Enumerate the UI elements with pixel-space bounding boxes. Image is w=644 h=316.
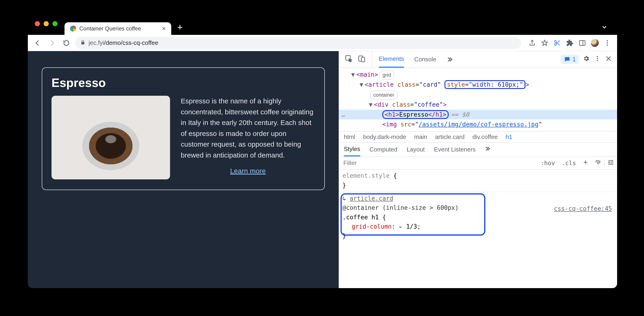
menu-icon[interactable] (602, 37, 613, 49)
close-devtools-icon[interactable] (605, 55, 612, 64)
window-controls (28, 21, 64, 31)
reload-button[interactable] (61, 37, 72, 49)
address-bar[interactable]: jec.fyi/demo/css-cq-coffee (75, 37, 521, 49)
crumb-article[interactable]: article.card (435, 133, 464, 140)
container-query: @container (inline-size > 600px) (342, 204, 459, 211)
devtools-panel: Elements Console 1 (339, 51, 617, 288)
coffee-image (52, 96, 170, 179)
scissors-icon[interactable] (552, 37, 563, 49)
container-link[interactable]: article.card (350, 195, 393, 202)
kebab-icon[interactable] (594, 55, 601, 64)
inspect-icon[interactable] (345, 55, 352, 64)
svg-rect-8 (362, 57, 365, 62)
sidepanel-icon[interactable] (577, 37, 588, 49)
tab-styles[interactable]: Styles (344, 143, 360, 156)
browser-window: Container Queries coffee × + jec.fyi/dem… (28, 18, 617, 288)
tab-overflow-button[interactable] (592, 24, 617, 35)
styles-tabs: Styles Computed Layout Event Listeners (339, 143, 617, 156)
crumb-h1[interactable]: h1 (506, 133, 512, 140)
issues-count: 1 (572, 56, 576, 63)
crumb-html[interactable]: html (344, 133, 355, 140)
tab-title: Container Queries coffee (79, 25, 141, 32)
new-rule-icon[interactable] (579, 160, 592, 167)
toolbar: jec.fyi/demo/css-cq-coffee (28, 35, 617, 51)
close-window-icon[interactable] (35, 21, 40, 26)
tab-strip: Container Queries coffee × + (28, 18, 617, 35)
new-tab-button[interactable]: + (171, 22, 188, 35)
page-viewport: Espresso Espresso is the name of a highl… (28, 51, 339, 288)
browser-tab[interactable]: Container Queries coffee × (64, 22, 171, 35)
bookmark-icon[interactable] (539, 37, 550, 49)
tab-more-styles-icon[interactable] (485, 146, 491, 153)
forward-button[interactable] (46, 37, 58, 49)
tab-computed[interactable]: Computed (370, 146, 398, 153)
tab-more-icon[interactable] (446, 51, 453, 68)
devtools-top-bar: Elements Console 1 (339, 51, 617, 68)
hov-button[interactable]: :hov (537, 160, 558, 167)
computed-toggle-icon[interactable] (604, 160, 617, 167)
styles-filter-input[interactable] (339, 160, 537, 167)
crumb-main[interactable]: main (414, 133, 427, 140)
svg-rect-2 (580, 40, 585, 45)
crumb-div[interactable]: div.coffee (472, 133, 498, 140)
minimize-window-icon[interactable] (44, 21, 49, 26)
coffee-card: Espresso Espresso is the name of a highl… (42, 67, 325, 190)
grid-badge[interactable]: grid (380, 71, 394, 79)
extensions-icon[interactable] (564, 37, 575, 49)
device-icon[interactable] (358, 55, 366, 64)
favicon-icon (70, 26, 76, 32)
svg-point-3 (607, 40, 608, 41)
profile-avatar[interactable] (589, 37, 600, 49)
maximize-window-icon[interactable] (52, 21, 58, 26)
url-text: jec.fyi/demo/css-cq-coffee (88, 39, 158, 47)
svg-point-11 (597, 60, 598, 61)
lock-icon (80, 39, 85, 47)
svg-point-1 (554, 44, 556, 45)
crumb-body[interactable]: body.dark-mode (363, 133, 406, 140)
tab-elements[interactable]: Elements (379, 51, 404, 68)
card-title: Espresso (52, 76, 315, 90)
styles-rules[interactable]: element.style { } ↳ article.card @contai… (339, 170, 617, 242)
selected-node[interactable]: …<h1>Espresso</h1>== $0 (339, 110, 617, 120)
container-badge[interactable]: container (370, 91, 398, 99)
paint-icon[interactable] (592, 160, 604, 167)
svg-point-9 (597, 56, 598, 57)
tab-console[interactable]: Console (414, 51, 436, 68)
back-button[interactable] (32, 37, 43, 49)
source-link[interactable]: css-cq-coffee:45 (554, 204, 612, 213)
issues-badge[interactable]: 1 (561, 55, 578, 64)
svg-point-10 (597, 58, 598, 59)
card-description: Espresso is the name of a highly concent… (181, 96, 315, 161)
dom-tree[interactable]: ▼<main>grid ▼<article class="card" style… (339, 68, 617, 131)
share-icon[interactable] (526, 37, 538, 49)
close-tab-icon[interactable]: × (162, 25, 166, 32)
svg-point-0 (554, 40, 556, 42)
svg-point-5 (607, 44, 608, 46)
tab-event-listeners[interactable]: Event Listeners (434, 146, 476, 153)
tab-layout[interactable]: Layout (407, 146, 425, 153)
styles-filter-bar: :hov .cls (339, 156, 617, 170)
breadcrumb[interactable]: html body.dark-mode main article.card di… (339, 131, 617, 143)
learn-more-link[interactable]: Learn more (181, 167, 315, 175)
svg-point-4 (607, 42, 608, 44)
cls-button[interactable]: .cls (558, 160, 579, 167)
settings-icon[interactable] (583, 55, 590, 64)
